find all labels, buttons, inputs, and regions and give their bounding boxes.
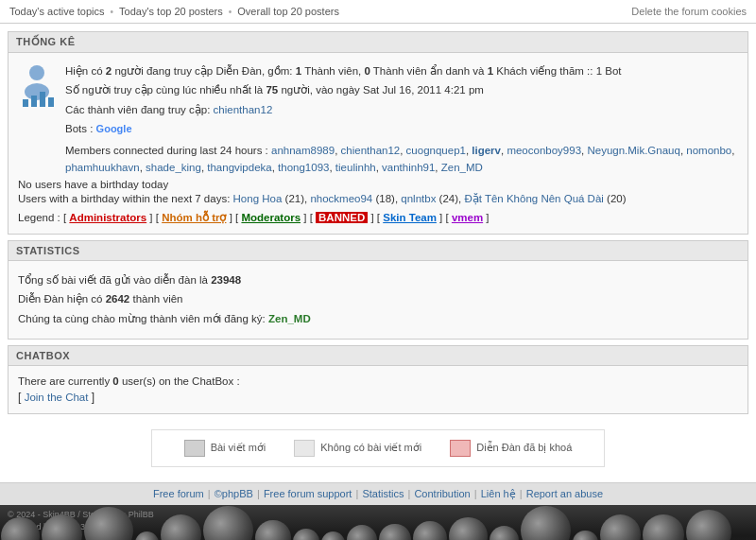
- member-link-nomonbo[interactable]: nomonbo: [686, 145, 731, 156]
- member-link-neyugn[interactable]: Neyugn.Mik.Gnauq: [587, 145, 679, 156]
- member-link-vanth[interactable]: vanthinh91: [382, 162, 435, 173]
- legend-admin-link[interactable]: Administrators: [69, 212, 146, 223]
- thongke-box: Hiện có 2 người đang truy cập Diễn Đàn, …: [8, 52, 748, 235]
- chatbox-status: There are currently 0 user(s) on the Cha…: [18, 375, 738, 387]
- chatbox-header: CHATBOX: [8, 345, 748, 365]
- member-online: 1: [296, 65, 301, 77]
- new-post-box: [184, 440, 205, 457]
- total-members-suffix: thành viên: [132, 293, 182, 305]
- footer-free-forum[interactable]: Free forum: [153, 488, 204, 499]
- legend-mod-link[interactable]: Moderators: [241, 212, 301, 223]
- peak-info: Số người truy cập cùng lúc nhiều nhất là…: [65, 81, 738, 98]
- chatbox-join-open: [: [18, 391, 25, 404]
- active-members-label: Các thành viên đang truy cập:: [65, 104, 210, 115]
- birthday-qnlntbx[interactable]: qnlntbx: [401, 193, 436, 204]
- svg-point-0: [29, 65, 44, 80]
- statistics-header: STATISTICS: [8, 240, 748, 260]
- nav-today-top20[interactable]: Today's top 20 posters: [119, 6, 223, 17]
- legend-banned-badge: BANNED: [316, 212, 368, 223]
- member-link-cuognquep[interactable]: cuognquep1: [406, 145, 466, 156]
- thongke-title: THỐNG KÊ: [16, 36, 76, 47]
- svg-rect-3: [31, 96, 37, 107]
- top-navigation: Today's active topics • Today's top 20 p…: [0, 0, 756, 24]
- nav-links: Today's active topics • Today's top 20 p…: [9, 6, 339, 17]
- stats-text: Hiện có 2 người đang truy cập Diễn Đàn, …: [65, 62, 738, 179]
- total-posts-value: 23948: [211, 274, 241, 286]
- statistics-title: STATISTICS: [16, 245, 80, 256]
- thongke-header: THỐNG KÊ: [8, 31, 748, 52]
- bot-text: 1 Bot: [596, 65, 622, 77]
- chatbox-join-close: ]: [88, 391, 94, 404]
- member-link-thang[interactable]: thangvipdeka: [207, 162, 271, 173]
- bullet-1: •: [111, 7, 114, 17]
- legend-no-new: Không có bài viết mới: [294, 440, 421, 457]
- birthday-label: Users with a birthday within the next 7 …: [18, 193, 230, 204]
- member-link-anhnam[interactable]: anhnam8989: [271, 145, 335, 156]
- peak-date: Sat Jul 16, 2011 4:21 pm: [363, 84, 484, 96]
- delete-cookies-link[interactable]: Delete the forum cookies: [631, 6, 747, 17]
- peak-users: 75: [266, 84, 278, 96]
- nav-overall-top20[interactable]: Overall top 20 posters: [237, 6, 339, 17]
- bullet-2: •: [229, 7, 232, 17]
- footer-free-support[interactable]: Free forum support: [264, 488, 352, 499]
- total-posts-label: Tổng số bài viết đã gửi vào diễn đàn là: [18, 274, 208, 286]
- member-link-chienthan[interactable]: chienthan12: [341, 145, 401, 156]
- stats-icon: [18, 62, 56, 110]
- svg-rect-5: [48, 97, 54, 107]
- legend-vmem-link[interactable]: vmem: [452, 212, 483, 223]
- legend-hotro-link[interactable]: Nhóm hỗ trợ: [162, 212, 226, 223]
- legend-new-post: Bài viết mới: [184, 440, 266, 457]
- locked-box: [450, 440, 471, 457]
- guest-count: 1: [488, 65, 493, 77]
- balls-decoration: const ballContainer = document.querySele…: [0, 505, 756, 540]
- stats-svg-icon: [19, 63, 55, 109]
- svg-rect-4: [40, 92, 45, 107]
- bots-line: Bots : Google: [65, 120, 738, 138]
- legend-locked: Diễn Đàn đã bị khoá: [450, 440, 572, 457]
- total-members-line: Diễn Đàn hiện có 2642 thành viên: [18, 289, 738, 309]
- member-link-zenmd[interactable]: Zen_MD: [441, 162, 483, 173]
- bottom-decoration: © 2024 - Skin4BB / StenoMono PhilBB Powe…: [0, 505, 756, 540]
- anon-count: 0: [364, 65, 369, 77]
- legend-line: Legend : [ Administrators ] [ Nhóm hỗ tr…: [18, 211, 738, 224]
- birthday-nhockmeo[interactable]: nhockmeo94: [310, 193, 372, 204]
- connected-label: Members connected during last 24 hours :: [65, 145, 268, 156]
- member-link-pham[interactable]: phamhuukhavn: [65, 162, 140, 173]
- member-link-meocon[interactable]: meoconboy993: [507, 145, 581, 156]
- chatbox-status-text: There are currently: [18, 375, 110, 387]
- footer-phpbb[interactable]: ©phpBB: [215, 488, 253, 499]
- chatbox-join-link[interactable]: Join the Chat: [25, 392, 89, 403]
- no-new-post-box: [294, 440, 315, 457]
- online-count: 2: [106, 65, 112, 77]
- active-members-line: Các thành viên đang truy cập: chienthan1…: [65, 101, 738, 118]
- chatbox-box: There are currently 0 user(s) on the Cha…: [8, 365, 748, 414]
- svg-rect-2: [23, 99, 28, 107]
- newest-member-link[interactable]: Zen_MD: [268, 313, 311, 324]
- statistics-box: Tổng số bài viết đã gửi vào diễn đàn là …: [8, 260, 748, 340]
- member-link-shade[interactable]: shade_king: [146, 162, 201, 173]
- stats-inner: Hiện có 2 người đang truy cập Diễn Đàn, …: [18, 62, 738, 179]
- birthday-line: Users with a birthday within the next 7 …: [18, 192, 738, 205]
- post-legend-boxes: Bài viết mới Không có bài viết mới Diễn …: [151, 429, 605, 467]
- footer-lien-he[interactable]: Liên hệ: [481, 488, 516, 499]
- birthday-dattenkong[interactable]: Đặt Tên Không Nên Quá Dài: [464, 193, 603, 204]
- footer-contribution[interactable]: Contribution: [414, 488, 470, 499]
- total-posts-line: Tổng số bài viết đã gửi vào diễn đàn là …: [18, 270, 738, 290]
- member-link-tieu[interactable]: tieulinhh: [335, 162, 376, 173]
- legend-skin-link[interactable]: Skin Team: [383, 212, 437, 223]
- locked-label: Diễn Đàn đã bị khoá: [476, 442, 572, 454]
- connected-members-line: Members connected during last 24 hours :…: [65, 142, 738, 177]
- birthday-honghoa[interactable]: Hong Hoa: [233, 193, 283, 204]
- newest-label: Chúng ta cùng chào mừng thành viên mới đ…: [18, 313, 266, 324]
- google-bot-link[interactable]: Google: [96, 123, 132, 134]
- footer-statistics[interactable]: Statistics: [362, 488, 404, 499]
- legend-label: Legend :: [18, 212, 60, 223]
- member-link-thong[interactable]: thong1093: [278, 162, 329, 173]
- active-member-link[interactable]: chienthan12: [214, 104, 273, 115]
- no-birthday-today: No users have a birthday today: [18, 179, 738, 190]
- total-members-label: Diễn Đàn hiện có: [18, 293, 102, 305]
- new-post-label: Bài viết mới: [211, 442, 266, 454]
- nav-today-active[interactable]: Today's active topics: [9, 6, 105, 17]
- member-link-ligerv[interactable]: ligerv: [472, 145, 501, 156]
- footer-report-abuse[interactable]: Report an abuse: [526, 488, 603, 499]
